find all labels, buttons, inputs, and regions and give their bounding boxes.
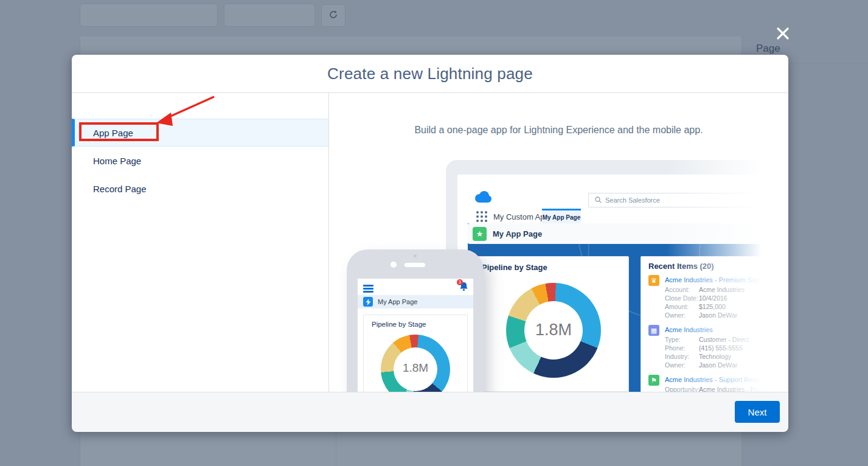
phone-speaker (404, 263, 425, 267)
recent-item-fields: Opportunity:Acme Industries - Premium Su… (665, 385, 781, 392)
search-placeholder: Search Salesforce (605, 196, 660, 204)
page-type-item-app-page[interactable]: App Page (72, 119, 328, 147)
field-value: Customer - Direct (699, 335, 749, 344)
field-row: Owner:Jason DeWar (665, 361, 749, 369)
phone-mockup: 3 My App Page Pipeline by Stage 1.8M (347, 249, 484, 392)
field-row: Opportunity:Acme Industries - Premium Su… (665, 385, 781, 392)
recent-item-fields: Type:Customer - DirectPhone:(415) 555-55… (665, 335, 749, 369)
lightning-bolt-icon (363, 297, 373, 307)
page-type-label: Home Page (93, 156, 141, 166)
field-value: (415) 555-5555 (699, 344, 743, 352)
field-value: Acme Industries (699, 285, 745, 294)
recent-item: ♛Acme Industries - Premium Support Packa… (648, 275, 788, 319)
phone-pipeline-title: Pipeline by Stage (372, 321, 426, 328)
field-label: Owner: (665, 361, 699, 369)
page-type-list: App Page Home Page Record Page (72, 93, 329, 392)
desktop-screen: Search Salesforce My Custom App My App P… (457, 175, 788, 392)
recent-item-link: Acme Industries (665, 326, 749, 333)
pipeline-card-title: Pipeline by Stage (482, 263, 547, 272)
salesforce-logo-icon (473, 190, 491, 206)
close-button[interactable] (774, 24, 792, 43)
modal-footer: Next (72, 392, 788, 432)
notification-badge: 3 (457, 279, 463, 285)
field-value: Jason DeWar (699, 361, 737, 369)
menu-icon (363, 285, 373, 294)
phone-sensor-dot (414, 254, 417, 257)
field-label: Phone: (665, 344, 699, 352)
field-value: $125,000 (699, 302, 726, 311)
field-row: Account:Acme Industries (665, 285, 788, 294)
campaign-flag-icon: ⚑ (648, 375, 659, 386)
page-type-label: Record Page (93, 184, 147, 194)
field-row: Close Date:10/4/2016 (665, 294, 788, 302)
field-label: Owner: (665, 311, 699, 319)
field-value: 10/4/2016 (699, 294, 727, 302)
field-label: Opportunity: (665, 385, 699, 392)
phone-pipeline-card: Pipeline by Stage 1.8M (363, 315, 468, 392)
field-value: Technology (699, 352, 731, 361)
desktop-mockup: Search Salesforce My Custom App My App P… (446, 160, 788, 392)
pipeline-card: Pipeline by Stage 1.8M As of Today at 8:… (476, 256, 629, 392)
tab-label: My App Page (543, 214, 580, 221)
recent-item: ▦Acme IndustriesType:Customer - DirectPh… (648, 325, 788, 369)
field-row: Phone:(415) 555-5555 (665, 344, 749, 352)
recent-items-title: Recent Items (20) (648, 262, 714, 271)
pipeline-donut-chart: 1.8M (506, 283, 601, 378)
donut-center-value: 1.8M (381, 361, 450, 375)
field-label: Industry: (665, 352, 699, 361)
recent-item-link: Acme Industries - Premium Support Packag… (665, 276, 788, 283)
field-row: Type:Customer - Direct (665, 335, 749, 344)
donut-center-value: 1.8M (506, 321, 601, 339)
phone-app-bar: My App Page (358, 295, 473, 308)
modal-body: App Page Home Page Record Page Build a o… (72, 93, 788, 392)
field-row: Amount:$125,000 (665, 302, 788, 311)
phone-camera (391, 262, 397, 268)
field-label: Close Date: (665, 294, 699, 302)
phone-page-title: My App Page (378, 298, 417, 305)
field-value: Jason DeWar (699, 311, 737, 319)
create-lightning-page-modal: Create a new Lightning page App Page Hom… (72, 55, 788, 432)
page-type-detail-pane: Build a one-page app for Lightning Exper… (329, 93, 788, 392)
search-box: Search Salesforce (588, 193, 777, 207)
field-row: Industry:Technology (665, 352, 749, 361)
recent-item-link: Acme Industries - Support Request (665, 376, 781, 383)
recent-items-card: Recent Items (20) ♛Acme Industries - Pre… (641, 256, 788, 392)
recent-item: ⚑Acme Industries - Support RequestOpport… (648, 375, 788, 392)
field-value: Acme Industries - Premium Support Reques… (699, 385, 781, 392)
field-label: Account: (665, 285, 699, 294)
recent-items-list: ♛Acme Industries - Premium Support Packa… (648, 275, 788, 392)
phone-screen: 3 My App Page Pipeline by Stage 1.8M (358, 279, 473, 392)
modal-title: Create a new Lightning page (327, 64, 533, 83)
account-icon: ▦ (648, 325, 659, 336)
recent-item-fields: Account:Acme IndustriesClose Date:10/4/2… (665, 285, 788, 319)
page-type-item-home-page[interactable]: Home Page (72, 147, 328, 175)
page-type-description: Build a one-page app for Lightning Exper… (329, 125, 788, 136)
app-page-tab: My App Page (542, 209, 581, 224)
search-icon (595, 196, 602, 204)
opportunity-crown-icon: ♛ (648, 275, 659, 286)
modal-header: Create a new Lightning page (72, 55, 788, 93)
page-type-item-record-page[interactable]: Record Page (72, 175, 328, 203)
field-label: Amount: (665, 302, 699, 311)
page-background: ★ My App Page Pipeline by Stage 1.8M A (468, 223, 788, 392)
close-icon (774, 34, 792, 44)
page-type-label: App Page (93, 128, 133, 138)
field-row: Owner:Jason DeWar (665, 311, 788, 319)
field-label: Type: (665, 335, 699, 344)
next-button[interactable]: Next (735, 401, 780, 423)
phone-donut-chart: 1.8M (381, 335, 450, 392)
app-name: My Custom App (493, 212, 549, 221)
